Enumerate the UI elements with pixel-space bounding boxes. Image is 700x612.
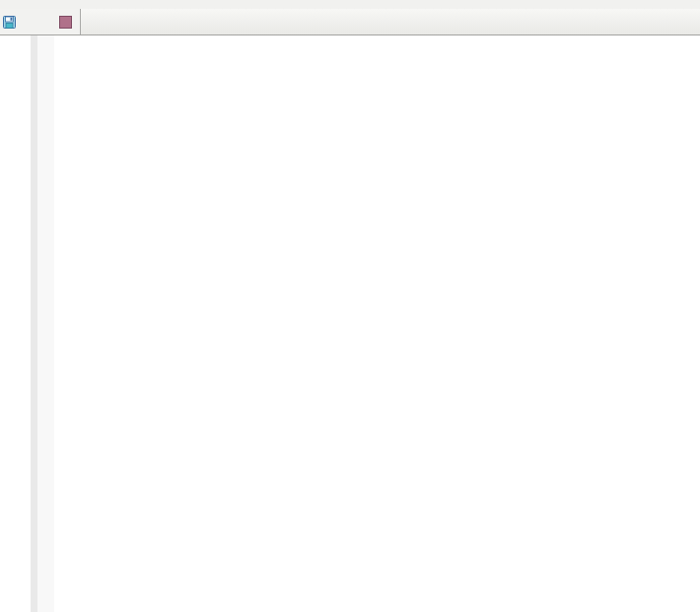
tab-close-icon[interactable]: [59, 16, 72, 29]
code-editor[interactable]: [0, 35, 700, 612]
tab-item-xml[interactable]: [0, 9, 81, 34]
fold-margin: [37, 35, 54, 612]
save-icon: [3, 16, 16, 29]
tab-bar: [0, 9, 700, 35]
active-tab-accent: [0, 9, 79, 12]
notepadpp-window: [0, 0, 700, 612]
bookmark-margin: [31, 35, 37, 612]
